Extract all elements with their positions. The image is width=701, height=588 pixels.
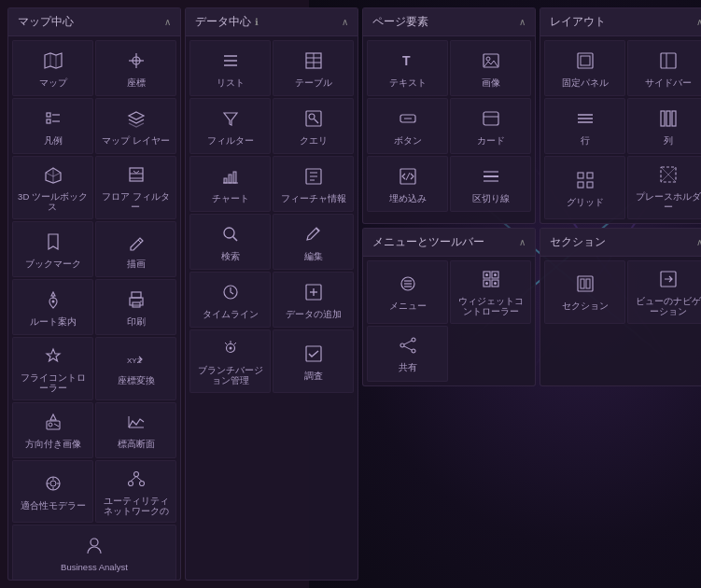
feature-info-icon	[303, 166, 324, 189]
filter-icon	[220, 108, 241, 132]
column-icon	[658, 108, 679, 132]
map-item[interactable]: マップ	[12, 40, 93, 96]
filter-item[interactable]: フィルター	[189, 98, 271, 154]
menu-label: メニュー	[389, 301, 427, 311]
suitability-label: 適合性モデラー	[21, 500, 86, 511]
tools3d-item[interactable]: 3D ツールボック ス	[12, 156, 93, 219]
fixed-panel-item[interactable]: 固定パネル	[544, 40, 625, 96]
grid-label: グリッド	[567, 197, 604, 207]
search-item[interactable]: 検索	[189, 214, 271, 270]
svg-rect-103	[586, 279, 590, 288]
menu-item[interactable]: メニュー	[367, 260, 448, 324]
row-item[interactable]: 行	[544, 98, 625, 154]
layout-title: レイアウト	[550, 14, 606, 30]
svg-rect-3	[47, 113, 50, 117]
menu-icon	[398, 273, 418, 297]
svg-line-28	[131, 476, 136, 481]
branch-item[interactable]: ブランチバージ ョン管理	[189, 329, 271, 393]
sketch-icon	[126, 231, 147, 255]
section-collapse[interactable]: ∧	[696, 237, 701, 247]
section-panel: セクション ∧ セクション	[540, 228, 701, 386]
table-item[interactable]: テーブル	[273, 40, 354, 96]
image-label: 画像	[482, 77, 500, 88]
tools3d-label: 3D ツールボック ス	[18, 191, 88, 213]
button-label: ボタン	[394, 135, 422, 146]
legend-item[interactable]: 凡例	[12, 98, 93, 154]
view-nav-item[interactable]: ビューのナビゲ ーション	[627, 260, 701, 324]
placeholder-icon	[658, 164, 679, 188]
embed-item[interactable]: 埋め込み	[367, 156, 448, 212]
timeline-label: タイムライン	[203, 309, 259, 319]
sidebar-item[interactable]: サイドバー	[627, 40, 701, 96]
timeline-item[interactable]: タイムライン	[189, 272, 271, 328]
print-item[interactable]: 印刷	[95, 279, 176, 335]
fly-control-item[interactable]: フライコントロ ーラー	[12, 337, 93, 400]
text-item[interactable]: T テキスト	[367, 40, 448, 96]
query-item[interactable]: クエリ	[273, 98, 354, 154]
svg-rect-69	[661, 53, 676, 68]
view-nav-label: ビューのナビゲ ーション	[636, 296, 701, 317]
coord-convert-item[interactable]: XYZ 座標変換	[95, 337, 176, 400]
map-center-header: マップ中心 ∧	[8, 8, 180, 36]
grid-icon	[575, 170, 596, 193]
button-item[interactable]: ボタン	[367, 98, 448, 154]
column-item[interactable]: 列	[627, 98, 701, 154]
menu-toolbar-collapse[interactable]: ∧	[519, 237, 526, 247]
placeholder-item[interactable]: プレースホルダ ー	[627, 156, 701, 219]
map-center-collapse[interactable]: ∧	[164, 17, 171, 27]
chart-item[interactable]: チャート	[189, 156, 271, 212]
button-icon	[398, 108, 418, 132]
chart-label: チャート	[212, 193, 249, 203]
image-item[interactable]: 画像	[450, 40, 531, 96]
sidebar-icon	[658, 50, 679, 74]
list-icon	[220, 50, 241, 74]
svg-point-93	[494, 273, 497, 276]
section-header: セクション ∧	[540, 229, 701, 257]
menu-toolbar-grid: メニュー	[363, 257, 535, 385]
widget-controller-item[interactable]: ウィジェットコ ントローラー	[450, 260, 531, 324]
edit-item[interactable]: 編集	[273, 214, 354, 270]
table-label: テーブル	[295, 77, 332, 88]
route-item[interactable]: ルート案内	[12, 279, 93, 335]
svg-rect-78	[587, 173, 593, 178]
data-center-info-icon[interactable]: ℹ	[255, 17, 259, 27]
svg-rect-68	[581, 56, 590, 65]
svg-rect-42	[229, 175, 231, 183]
divider-item[interactable]: 区切り線	[450, 156, 531, 212]
edit-label: 編集	[304, 251, 323, 261]
bookmark-item[interactable]: ブックマーク	[12, 221, 93, 277]
layout-grid: 固定パネル サイドバー	[540, 36, 701, 223]
add-data-item[interactable]: データの追加	[273, 272, 354, 328]
coord-convert-label: 座標変換	[118, 375, 155, 385]
sketch-item[interactable]: 描画	[95, 221, 176, 277]
direction-image-item[interactable]: 方向付き画像	[12, 402, 93, 458]
feature-info-item[interactable]: フィーチャ情報	[273, 156, 354, 212]
data-center-collapse[interactable]: ∧	[342, 17, 348, 27]
svg-point-98	[412, 349, 415, 353]
svg-point-57	[486, 57, 490, 61]
fixed-panel-icon	[575, 50, 596, 74]
share-item[interactable]: 共有	[367, 326, 448, 382]
elevation-item[interactable]: 標高断面	[95, 402, 176, 458]
query-icon	[303, 108, 324, 132]
layout-collapse[interactable]: ∧	[696, 17, 701, 27]
grid-item[interactable]: グリッド	[544, 156, 625, 219]
section-item[interactable]: セクション	[544, 260, 625, 324]
utility-network-item[interactable]: ユーティリティ ネットワークの	[95, 460, 176, 524]
map-layer-item[interactable]: マップ レイヤー	[95, 98, 176, 154]
business-analyst-label: Business Analyst	[61, 562, 128, 572]
survey-item[interactable]: 調査	[273, 329, 354, 393]
floor-filter-item[interactable]: フロア フィルタ ー	[95, 156, 176, 219]
svg-point-46	[224, 228, 234, 238]
svg-point-94	[485, 282, 488, 285]
coordinates-item[interactable]: 座標	[95, 40, 176, 96]
page-elements-collapse[interactable]: ∧	[519, 17, 526, 27]
table-icon	[303, 50, 324, 74]
chart-icon	[220, 166, 241, 189]
list-item[interactable]: リスト	[189, 40, 271, 96]
svg-rect-75	[666, 111, 670, 126]
svg-rect-102	[581, 279, 584, 288]
card-item[interactable]: カード	[450, 98, 531, 154]
business-analyst-item[interactable]: Business Analyst	[12, 525, 176, 581]
suitability-item[interactable]: 適合性モデラー	[12, 460, 93, 524]
